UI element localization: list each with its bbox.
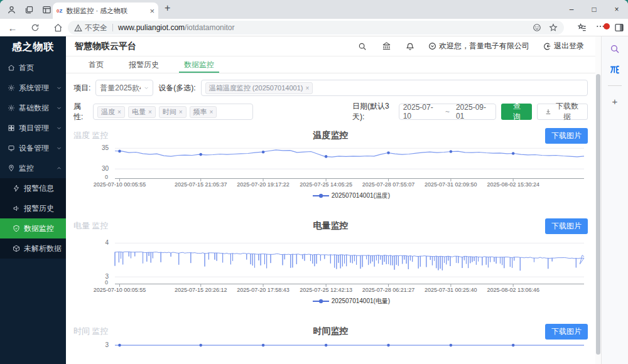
- page-scrollbar[interactable]: [595, 36, 601, 364]
- time-plot[interactable]: [115, 341, 584, 364]
- tab-close-icon[interactable]: ×: [149, 6, 154, 16]
- back-icon[interactable]: ←: [6, 21, 19, 34]
- page-title: 智慧物联云平台: [75, 41, 349, 52]
- attribute-tag-电量[interactable]: 电量×: [128, 106, 156, 118]
- x-axis-tick: 2025-07-25 14:05:25: [300, 181, 352, 188]
- remove-tag-icon[interactable]: ×: [117, 109, 121, 115]
- notifications-bell-icon[interactable]: [399, 42, 421, 51]
- attribute-tag-时间[interactable]: 时间×: [159, 106, 187, 118]
- battery-chart-section: 电量 监控 电量监控 下载图片 430 2025-07-10 00:05:552…: [73, 218, 588, 306]
- pin-icon: [8, 164, 15, 172]
- sidebar-item-label: 设备管理: [19, 143, 52, 154]
- user-menu[interactable]: 欢迎您，普量电子有限公司: [428, 41, 529, 51]
- time-chart-section: 时间 监控 时间监控 下载图片 32.5: [73, 323, 588, 364]
- feedback-icon[interactable]: [533, 23, 541, 32]
- remove-tag-icon[interactable]: ×: [210, 109, 214, 115]
- browser-menu-icon[interactable]: [595, 21, 605, 34]
- tab-报警历史[interactable]: 报警历史: [116, 56, 171, 73]
- device-label: 设备(多选):: [158, 83, 195, 94]
- favorite-star-icon[interactable]: [549, 23, 558, 32]
- profile-icon[interactable]: [5, 3, 18, 16]
- site-favicon: 0Z: [57, 8, 62, 14]
- date-end[interactable]: 2025-09-01: [456, 103, 492, 120]
- date-range-input[interactable]: 2025-07-10 ~ 2025-09-01: [399, 104, 497, 120]
- tab-actions-icon[interactable]: [40, 3, 53, 16]
- sidebar-item-设备管理[interactable]: 设备管理: [0, 138, 66, 158]
- download-data-button[interactable]: 下载数据: [537, 104, 588, 120]
- x-axis-tick: 2025-08-02 15:30:24: [487, 181, 539, 188]
- browser-addressbar: ← 不安全 www.puliangiot.com/iotdatamonitor: [0, 19, 628, 36]
- attribute-tag-频率[interactable]: 频率×: [190, 106, 217, 118]
- remove-tag-icon[interactable]: ×: [179, 109, 183, 115]
- gear-icon: [8, 84, 15, 92]
- sidebar-item-基础数据[interactable]: 基础数据: [0, 98, 66, 118]
- new-tab-button[interactable]: +: [165, 3, 170, 14]
- chevron-down-icon: [56, 125, 62, 131]
- security-warning[interactable]: 不安全: [74, 23, 107, 33]
- sidebar-subitem-报警信息[interactable]: 报警信息: [0, 178, 66, 198]
- gear-icon: [8, 104, 15, 112]
- workspaces-icon[interactable]: [23, 3, 35, 16]
- sidebar-item-首页[interactable]: 首页: [0, 58, 66, 78]
- search-icon[interactable]: [352, 42, 373, 51]
- monitor-submenu: 报警信息报警历史数据监控未解析数据: [0, 178, 66, 259]
- chart-legend[interactable]: 202507014001(电量): [115, 297, 588, 306]
- organization-icon[interactable]: [376, 41, 397, 51]
- tab-首页[interactable]: 首页: [76, 56, 116, 73]
- url-host: www.puliangiot.com: [118, 23, 185, 32]
- device-tag[interactable]: 温箱温度监控 (202507014001)×: [205, 82, 313, 94]
- window-close-button[interactable]: ×: [605, 0, 628, 19]
- date-label: 日期(默认3天):: [352, 101, 394, 122]
- remove-tag-icon[interactable]: ×: [305, 85, 309, 92]
- device-multiselect[interactable]: 温箱温度监控 (202507014001)×: [201, 80, 588, 96]
- browser-tab[interactable]: 0Z 数据监控 · 感之物联 ×: [53, 3, 158, 19]
- url-bar[interactable]: 不安全 www.puliangiot.com/iotdatamonitor: [68, 21, 564, 35]
- y-axis-tick: 30: [102, 165, 109, 172]
- scrollbar-thumb[interactable]: [596, 74, 600, 355]
- tab-数据监控[interactable]: 数据监控: [171, 56, 227, 73]
- sidebar-toggle-icon[interactable]: [614, 23, 624, 33]
- tab-title: 数据监控 · 感之物联: [66, 6, 146, 16]
- divider: [608, 85, 622, 86]
- project-select[interactable]: 普量2025款4...: [95, 80, 153, 96]
- chart-legend[interactable]: 202507014001(温度): [115, 191, 588, 200]
- sidebar-item-监控[interactable]: 监控: [0, 158, 66, 178]
- download-image-button[interactable]: 下载图片: [545, 324, 588, 340]
- window-minimize-button[interactable]: –: [560, 0, 583, 19]
- warning-icon: [74, 24, 82, 32]
- grid-icon: [8, 124, 15, 132]
- date-start[interactable]: 2025-07-10: [403, 103, 439, 120]
- axis-origin-label: 0: [105, 174, 108, 180]
- axis-origin-label: 0: [105, 279, 108, 286]
- sidebar-item-项目管理[interactable]: 项目管理: [0, 118, 66, 138]
- remove-tag-icon[interactable]: ×: [148, 109, 152, 115]
- rail-add-icon[interactable]: +: [612, 96, 618, 107]
- home-icon[interactable]: [51, 21, 64, 34]
- y-axis-tick: 35: [102, 144, 109, 151]
- rail-search-icon[interactable]: [610, 44, 620, 54]
- logout-button[interactable]: 退出登录: [543, 41, 584, 51]
- chart-title: 电量监控: [73, 220, 588, 232]
- download-image-button[interactable]: 下载图片: [545, 128, 588, 144]
- rail-app-icon[interactable]: [609, 64, 620, 75]
- page-tabs: 首页报警历史数据监控: [66, 56, 595, 73]
- legend-marker-icon: [313, 299, 329, 304]
- sidebar-subitem-未解析数据[interactable]: 未解析数据: [0, 238, 66, 259]
- sidebar-subitem-数据监控[interactable]: 数据监控: [0, 218, 66, 238]
- x-axis-tick: 2025-07-10 00:05:55: [94, 181, 146, 188]
- query-button[interactable]: 查 询: [501, 104, 532, 120]
- battery-plot[interactable]: [115, 235, 584, 284]
- sidebar-item-系统管理[interactable]: 系统管理: [0, 78, 66, 98]
- chevron-up-icon: [56, 165, 62, 171]
- attribute-multiselect[interactable]: 温度×电量×时间×频率×: [93, 104, 253, 120]
- refresh-icon[interactable]: [29, 21, 41, 34]
- x-axis-tick: 2025-07-31 00:25:40: [425, 287, 477, 293]
- attribute-label: 属性:: [73, 101, 88, 122]
- attribute-tag-温度[interactable]: 温度×: [97, 106, 125, 118]
- sidebar-subitem-报警历史[interactable]: 报警历史: [0, 198, 66, 218]
- temperature-plot[interactable]: [115, 145, 584, 179]
- window-maximize-button[interactable]: □: [583, 0, 605, 19]
- download-image-button[interactable]: 下载图片: [545, 218, 588, 234]
- x-axis-tick: 2025-08-02 13:06:46: [487, 287, 539, 293]
- collections-icon[interactable]: [577, 23, 587, 33]
